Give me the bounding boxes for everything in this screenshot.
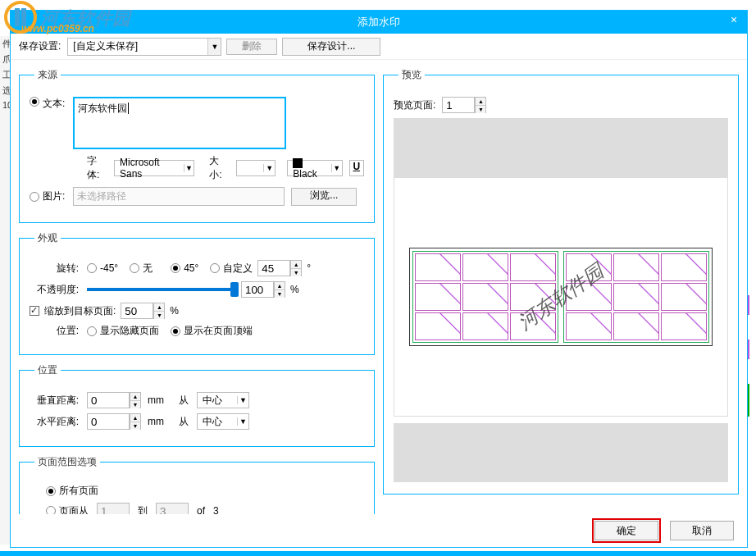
chevron-down-icon: ▼ <box>237 417 248 426</box>
color-select[interactable]: Black▼ <box>287 160 342 176</box>
scale-checkbox[interactable] <box>30 306 39 316</box>
appearance-panel: 外观 旋转: -45° 无 45° 自定义 ▲▼ ° 不透明度: ▲▼ % <box>19 231 375 355</box>
window-title: 添加水印 <box>358 15 400 30</box>
vert-spinner[interactable]: ▲▼ <box>130 392 141 408</box>
opacity-spinner[interactable]: ▲▼ <box>274 281 285 298</box>
close-icon[interactable]: × <box>727 14 740 27</box>
preview-margin-top <box>394 118 728 177</box>
underline-button[interactable]: U <box>349 160 364 176</box>
image-path-input[interactable]: 未选择路径 <box>73 187 285 206</box>
horz-label: 水平距离: <box>30 415 87 429</box>
scale-spinner[interactable]: ▲▼ <box>153 303 165 319</box>
save-settings-label: 保存设置: <box>19 39 61 53</box>
horz-from-select[interactable]: 中心▼ <box>197 413 249 430</box>
scale-label: 缩放到目标页面: <box>44 304 116 318</box>
horz-spinner[interactable]: ▲▼ <box>130 413 141 430</box>
size-select[interactable]: ▼ <box>236 160 276 176</box>
background-right-edge <box>748 295 756 443</box>
appearance-legend: 外观 <box>34 231 61 245</box>
save-design-button[interactable]: 保存设计... <box>282 38 380 56</box>
position-label: 位置: <box>30 324 87 338</box>
all-pages-radio[interactable] <box>46 486 56 496</box>
rot-custom-radio[interactable] <box>210 263 220 273</box>
preview-panel: 预览 预览页面: ▲▼ <box>383 68 739 494</box>
scale-input[interactable] <box>121 303 153 319</box>
vert-from-select[interactable]: 中心▼ <box>197 392 249 408</box>
rotate-label: 旋转: <box>30 262 87 276</box>
range-legend: 页面范围选项 <box>34 455 100 469</box>
footer: 确定 取消 <box>11 514 747 547</box>
rot-spinner[interactable]: ▲▼ <box>290 260 302 276</box>
source-legend: 来源 <box>34 68 61 82</box>
preview-page-label: 预览页面: <box>394 98 435 112</box>
cancel-button[interactable]: 取消 <box>670 521 734 540</box>
chevron-down-icon: ▼ <box>237 396 248 404</box>
rot-custom-input[interactable] <box>257 260 290 276</box>
toolbar: 保存设置: [自定义未保存] ▼ 删除 保存设计... <box>11 34 747 60</box>
preview-page-spinner[interactable]: ▲▼ <box>475 97 486 113</box>
preview-page-input[interactable] <box>442 97 475 113</box>
chevron-down-icon: ▼ <box>331 164 342 172</box>
browse-button[interactable]: 浏览... <box>291 188 357 206</box>
chevron-down-icon: ▼ <box>184 164 194 172</box>
titlebar: 添加水印 × <box>11 11 747 34</box>
chevron-down-icon: ▼ <box>263 164 275 172</box>
horz-input[interactable] <box>87 413 130 430</box>
vert-input[interactable] <box>87 392 130 408</box>
color-swatch-icon <box>293 158 303 168</box>
font-label: 字体: <box>87 154 107 182</box>
window-bottom-border <box>0 551 756 556</box>
dialog-window: 添加水印 × 保存设置: [自定义未保存] ▼ 删除 保存设计... 来源 文本… <box>10 10 748 548</box>
image-radio[interactable] <box>30 192 39 202</box>
chevron-down-icon[interactable]: ▼ <box>207 39 221 55</box>
preview-legend: 预览 <box>398 68 425 82</box>
preview-canvas: 河东软件园 <box>394 177 728 417</box>
delete-button[interactable]: 删除 <box>226 39 277 55</box>
pos-hidden-radio[interactable] <box>87 326 97 336</box>
rot-neg45-radio[interactable] <box>87 263 97 273</box>
rot-45-radio[interactable] <box>171 263 180 273</box>
opacity-label: 不透明度: <box>30 283 87 297</box>
text-radio[interactable] <box>30 97 39 107</box>
preview-margin-bottom <box>394 423 728 482</box>
pos-top-radio[interactable] <box>171 326 180 336</box>
rot-none-radio[interactable] <box>130 263 139 273</box>
opacity-input[interactable] <box>241 281 274 298</box>
vert-label: 垂直距离: <box>30 394 87 408</box>
source-panel: 来源 文本: 河东软件园 字体: Microsoft Sans▼ 大小: ▼ B… <box>19 68 375 223</box>
ok-button[interactable]: 确定 <box>594 521 658 540</box>
slider-thumb[interactable] <box>230 282 239 297</box>
preset-combo[interactable]: [自定义未保存] ▼ <box>67 38 221 56</box>
preview-document: 河东软件园 <box>409 248 713 346</box>
font-select[interactable]: Microsoft Sans▼ <box>114 160 194 176</box>
size-label: 大小: <box>209 154 230 182</box>
position-panel: 位置 垂直距离: ▲▼ mm 从 中心▼ 水平距离: ▲▼ mm 从 中心▼ <box>19 363 375 447</box>
position-legend: 位置 <box>34 363 61 377</box>
watermark-text-input[interactable]: 河东软件园 <box>73 97 286 149</box>
opacity-slider[interactable] <box>87 288 235 291</box>
